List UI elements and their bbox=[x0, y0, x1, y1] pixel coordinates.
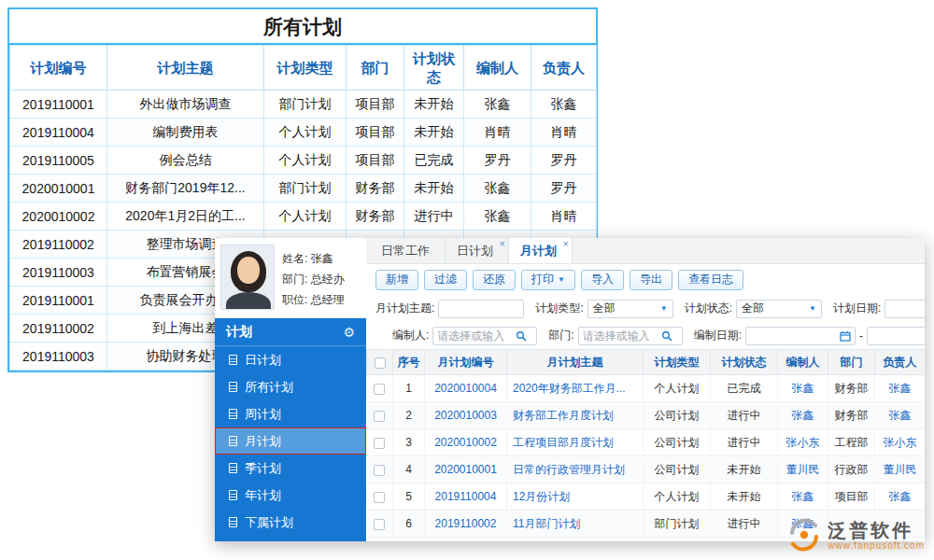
dept-search[interactable] bbox=[578, 327, 683, 345]
plan-date-filter-label: 计划日期: bbox=[833, 301, 881, 316]
row-checkbox[interactable] bbox=[374, 384, 385, 395]
compile-date-start-input[interactable] bbox=[750, 329, 836, 343]
toolbar-button-label: 导出 bbox=[640, 272, 662, 287]
table-row[interactable]: 32020010002工程项目部月度计划公司计划进行中张小东工程部张小东 bbox=[367, 429, 926, 456]
toolbar-button[interactable]: 查看日志 bbox=[678, 270, 743, 290]
toolbar-button[interactable]: 过滤 bbox=[424, 270, 467, 290]
table-row[interactable]: 2019110001外出做市场调查部门计划项目部未开始张鑫张鑫 bbox=[10, 91, 597, 119]
row-checkbox[interactable] bbox=[374, 519, 385, 530]
column-header: 负责人 bbox=[875, 350, 926, 375]
fanpu-watermark: 泛普软件 www.fanpusoft.com bbox=[786, 517, 925, 553]
sidebar-item[interactable]: 年计划 bbox=[215, 482, 366, 509]
sidebar-section-plan[interactable]: 计划 ⚙ bbox=[215, 318, 366, 346]
table-cell: 5 bbox=[393, 483, 425, 511]
sidebar-item[interactable]: 所有计划 bbox=[215, 373, 366, 400]
column-header: 月计划主题 bbox=[507, 350, 644, 375]
table-cell: 罗丹 bbox=[464, 147, 531, 175]
checkbox-cell bbox=[367, 483, 393, 511]
toolbar-button[interactable]: 导入 bbox=[581, 270, 624, 290]
table-row[interactable]: 2019110005例会总结个人计划项目部已完成罗丹罗丹 bbox=[10, 147, 597, 175]
status-select[interactable]: 全部 ▼ bbox=[736, 300, 822, 318]
table-cell: 个人计划 bbox=[264, 147, 347, 175]
avatar-body bbox=[226, 292, 271, 310]
profile-name: 姓名: 张鑫 bbox=[282, 248, 345, 269]
monthly-plan-body: 120200100042020年财务部工作月...个人计划已完成张鑫财务部张鑫2… bbox=[367, 375, 926, 538]
tab[interactable]: 月计划× bbox=[509, 238, 573, 263]
column-header: 计划状态 bbox=[404, 46, 464, 91]
column-header: 计划状态 bbox=[711, 350, 778, 375]
compile-date-end-input[interactable] bbox=[871, 329, 925, 343]
sidebar-item[interactable]: 月计划 bbox=[215, 427, 366, 455]
column-header: 编制人 bbox=[778, 350, 828, 375]
main-area: 日常工作日计划×月计划× 新增过滤还原打印▼导入导出查看日志 月计划主题: 计划… bbox=[366, 238, 925, 541]
status-filter-label: 计划状态: bbox=[685, 301, 732, 316]
tab[interactable]: 日计划× bbox=[446, 238, 509, 263]
table-cell: 进行中 bbox=[404, 203, 464, 231]
column-header: 部门 bbox=[828, 350, 875, 375]
brand-name: 泛普软件 bbox=[828, 520, 925, 540]
tab-bar: 日常工作日计划×月计划× bbox=[366, 238, 925, 264]
avatar-face bbox=[237, 257, 260, 284]
search-icon[interactable] bbox=[516, 330, 527, 342]
sidebar-item-label: 下属计划 bbox=[245, 514, 293, 531]
plan-date-input[interactable] bbox=[884, 300, 925, 318]
checkbox-cell bbox=[367, 402, 393, 429]
compiler-input[interactable] bbox=[437, 329, 516, 343]
compiler-search[interactable] bbox=[432, 327, 537, 345]
table-cell: 部门计划 bbox=[264, 91, 347, 119]
table-cell: 2019110003 bbox=[10, 259, 107, 287]
table-row[interactable]: 2019110004编制费用表个人计划项目部未开始肖晴肖晴 bbox=[10, 119, 597, 147]
row-checkbox[interactable] bbox=[374, 438, 385, 449]
table-cell: 例会总结 bbox=[107, 147, 264, 175]
compile-date-start[interactable] bbox=[745, 327, 856, 345]
toolbar-button[interactable]: 打印▼ bbox=[521, 270, 575, 290]
tab[interactable]: 日常工作 bbox=[370, 238, 446, 263]
sidebar-item[interactable]: 季计划 bbox=[215, 455, 366, 482]
table-cell: 未开始 bbox=[404, 91, 464, 119]
select-all-checkbox[interactable] bbox=[375, 357, 386, 369]
column-header: 序号 bbox=[393, 350, 425, 375]
column-header: 计划编号 bbox=[10, 46, 107, 91]
table-row[interactable]: 20200100022020年1月2日的工...个人计划财务部进行中张鑫肖晴 bbox=[10, 203, 597, 231]
sidebar-item[interactable]: 周计划 bbox=[215, 400, 366, 427]
row-checkbox[interactable] bbox=[374, 411, 385, 422]
toolbar-button-label: 新增 bbox=[386, 272, 408, 287]
table-cell: 进行中 bbox=[711, 402, 778, 429]
type-select[interactable]: 全部 ▼ bbox=[587, 300, 673, 318]
search-icon[interactable] bbox=[661, 330, 672, 342]
toolbar-button[interactable]: 新增 bbox=[375, 270, 418, 290]
sidebar-item[interactable]: 日计划 bbox=[215, 346, 366, 373]
toolbar-button-label: 打印 bbox=[531, 272, 554, 287]
table-row[interactable]: 120200100042020年财务部工作月...个人计划已完成张鑫财务部张鑫 bbox=[367, 375, 926, 402]
close-icon[interactable]: × bbox=[563, 238, 569, 249]
table-row[interactable]: 5201911000412月份计划个人计划未开始张鑫项目部张鑫 bbox=[367, 483, 926, 511]
table-row[interactable]: 22020010003财务部工作月度计划公司计划进行中张鑫财务部张鑫 bbox=[367, 402, 926, 429]
table-cell: 3 bbox=[393, 429, 425, 456]
table-cell: 罗丹 bbox=[531, 147, 597, 175]
table-cell: 公司计划 bbox=[644, 456, 711, 483]
table-header-row: 序号月计划编号月计划主题计划类型计划状态编制人部门负责人 bbox=[367, 350, 926, 375]
subject-input[interactable] bbox=[438, 300, 524, 318]
table-cell: 张鑫 bbox=[464, 203, 531, 231]
gear-icon[interactable]: ⚙ bbox=[343, 325, 355, 340]
compile-date-end[interactable] bbox=[867, 327, 925, 345]
table-cell: 未开始 bbox=[404, 119, 464, 147]
row-checkbox[interactable] bbox=[374, 492, 385, 503]
close-icon[interactable]: × bbox=[500, 238, 505, 249]
type-select-value: 全部 bbox=[593, 301, 616, 316]
row-checkbox[interactable] bbox=[374, 465, 385, 476]
toolbar-button[interactable]: 导出 bbox=[630, 270, 672, 290]
checkbox-cell bbox=[367, 429, 393, 456]
table-cell: 进行中 bbox=[711, 429, 778, 456]
table-row[interactable]: 2020010001财务部门2019年12...部门计划财务部未开始张鑫罗丹 bbox=[10, 175, 597, 203]
table-cell: 张鑫 bbox=[778, 483, 828, 511]
table-cell: 财务部 bbox=[828, 375, 875, 402]
table-row[interactable]: 42020010001日常的行政管理月计划公司计划未开始董川民行政部董川民 bbox=[367, 456, 926, 483]
sidebar-item[interactable]: 下属计划 bbox=[215, 509, 366, 536]
table-cell: 2020010004 bbox=[425, 375, 507, 402]
dept-input[interactable] bbox=[583, 329, 661, 343]
calendar-icon[interactable] bbox=[840, 330, 851, 342]
table-cell: 编制费用表 bbox=[107, 119, 264, 147]
toolbar-button[interactable]: 还原 bbox=[473, 270, 516, 290]
window-title: 所有计划 bbox=[9, 9, 596, 45]
